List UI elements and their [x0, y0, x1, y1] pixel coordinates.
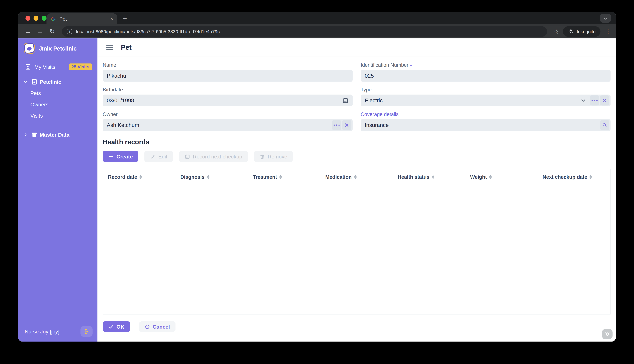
vaadin-icon [604, 331, 610, 337]
sort-icon [489, 175, 492, 179]
ok-button[interactable]: OK [103, 321, 130, 332]
tab-search-button[interactable] [600, 14, 611, 22]
form-footer: OK Cancel [103, 321, 610, 332]
column-header-treatment[interactable]: Treatment [248, 169, 320, 185]
coverage-details-label[interactable]: Coverage details [361, 111, 610, 118]
incognito-icon [568, 28, 574, 34]
close-window-button[interactable] [26, 16, 30, 20]
app-logo-header: Jmix Petclinic [18, 38, 98, 59]
sidebar-item-my-visits[interactable]: My Visits 25 Visits [18, 61, 98, 72]
url-bar[interactable]: i localhost:8080/petclinic/pets/d83cc7f7… [62, 26, 547, 36]
sidebar-item-visits[interactable]: Visits [18, 110, 98, 121]
sort-icon [140, 175, 142, 179]
owner-value: Ash Ketchum [107, 122, 331, 128]
sidebar-section-petclinic[interactable]: Petclinic [18, 76, 98, 87]
browser-tab-strip: Pet × + [18, 12, 616, 24]
site-info-icon[interactable]: i [67, 28, 72, 34]
logout-button[interactable] [80, 326, 93, 337]
sidebar-section-master-data[interactable]: Master Data [18, 129, 98, 140]
chevron-down-icon [603, 16, 608, 21]
type-label: Type [361, 86, 610, 93]
check-icon [108, 324, 114, 329]
ellipsis-icon [334, 124, 340, 126]
sign-out-icon [84, 328, 90, 334]
column-header-diagnosis[interactable]: Diagnosis [176, 169, 248, 185]
coverage-value: Insurance [365, 122, 599, 128]
owner-label: Owner [103, 111, 352, 118]
bookmark-star-icon[interactable]: ☆ [554, 28, 559, 35]
master-data-label: Master Data [40, 132, 70, 138]
birthdate-input[interactable]: 03/01/1998 [103, 94, 352, 106]
pet-form: Name Pikachu Identification Number • [98, 57, 616, 342]
owner-picker[interactable]: Ash Ketchum [103, 119, 352, 131]
sidebar: Jmix Petclinic My Visits 25 Visits Petcl… [18, 38, 98, 342]
url-text: localhost:8080/petclinic/pets/d83cc7f7-6… [76, 29, 220, 34]
browser-menu-button[interactable]: ⋮ [605, 28, 611, 34]
pencil-icon [150, 154, 156, 159]
incognito-badge: Inkognito [563, 26, 600, 36]
type-combobox[interactable]: Electric [361, 94, 610, 106]
health-records-table: Record date Diagnosis Treatment Medicati… [103, 169, 610, 314]
edit-button[interactable]: Edit [144, 151, 173, 162]
new-tab-button[interactable]: + [123, 14, 127, 22]
browser-tab[interactable]: Pet × [46, 14, 117, 24]
browser-toolbar: ← → ↻ i localhost:8080/petclinic/pets/d8… [18, 24, 616, 38]
table-header-row: Record date Diagnosis Treatment Medicati… [103, 169, 610, 185]
zoom-window-button[interactable] [42, 16, 46, 20]
back-button[interactable]: ← [23, 26, 33, 36]
chevron-down-icon [23, 79, 28, 84]
type-clear-button[interactable] [600, 96, 609, 106]
clear-x-icon [344, 122, 350, 128]
app-title: Jmix Petclinic [39, 45, 76, 52]
tab-title: Pet [60, 16, 107, 22]
clear-x-icon [602, 98, 607, 103]
menu-toggle-button[interactable] [106, 45, 113, 50]
record-next-checkup-button[interactable]: Record next checkup [179, 151, 248, 162]
main-area: Pet Name Pikachu Identificati [98, 38, 616, 342]
sort-icon [590, 175, 592, 179]
sidebar-item-owners[interactable]: Owners [18, 99, 98, 110]
column-header-next-checkup-date[interactable]: Next checkup date [538, 169, 610, 185]
name-input[interactable]: Pikachu [103, 70, 352, 82]
name-label: Name [103, 62, 352, 68]
chevron-down-icon[interactable] [580, 98, 586, 104]
create-button[interactable]: Create [103, 151, 138, 162]
vaadin-dev-tools-button[interactable] [602, 329, 612, 339]
plus-icon [108, 154, 114, 159]
column-header-weight[interactable]: Weight [465, 169, 538, 185]
identification-value: 025 [365, 73, 609, 79]
health-records-title: Health records [103, 138, 610, 146]
trash-icon [260, 154, 265, 159]
required-marker: • [410, 62, 412, 68]
owner-clear-button[interactable] [342, 120, 352, 130]
cancel-button[interactable]: Cancel [139, 321, 176, 332]
jmix-favicon [50, 16, 56, 22]
owner-lookup-button[interactable] [332, 120, 341, 130]
identification-input[interactable]: 025 [361, 70, 610, 82]
sidebar-item-pets[interactable]: Pets [18, 88, 98, 98]
birthdate-value: 03/01/1998 [107, 98, 342, 104]
forward-button[interactable]: → [35, 26, 45, 36]
calendar-icon[interactable] [342, 98, 348, 104]
visits-count-badge: 25 Visits [68, 63, 92, 70]
name-value: Pikachu [107, 73, 351, 79]
ban-icon [144, 324, 150, 329]
type-value: Electric [365, 98, 580, 104]
coverage-input[interactable]: Insurance [361, 119, 610, 131]
reload-button[interactable]: ↻ [47, 26, 57, 36]
column-header-medication[interactable]: Medication [320, 169, 393, 185]
column-header-health-status[interactable]: Health status [393, 169, 465, 185]
type-lookup-button[interactable] [590, 96, 599, 106]
table-body-empty [103, 185, 610, 314]
chevron-right-icon [23, 132, 28, 137]
minimize-window-button[interactable] [34, 16, 38, 20]
browser-window: Pet × + ← → ↻ i localhost:8080/petclinic… [18, 12, 616, 342]
search-icon [602, 122, 607, 128]
tab-close-icon[interactable]: × [110, 16, 113, 22]
column-header-record-date[interactable]: Record date [103, 169, 176, 185]
ellipsis-icon [592, 100, 598, 101]
page-title: Pet [121, 44, 132, 52]
coverage-search-button[interactable] [600, 120, 609, 130]
identification-label: Identification Number • [361, 62, 610, 68]
remove-button[interactable]: Remove [254, 151, 293, 162]
